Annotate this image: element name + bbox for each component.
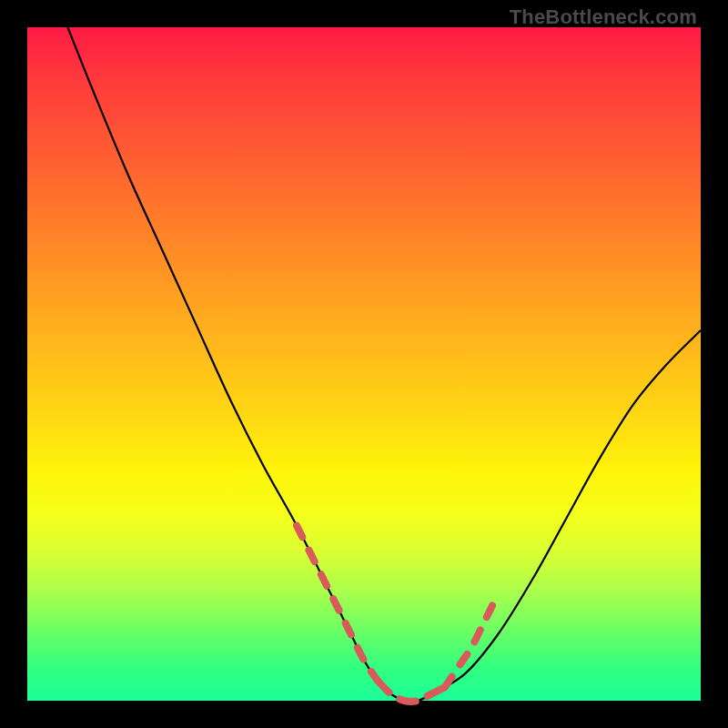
chart-svg <box>27 27 701 701</box>
highlight-dashes-left <box>297 526 378 681</box>
bottleneck-curve <box>67 27 701 702</box>
highlight-dashes-bottom <box>378 681 445 702</box>
watermark-text: TheBottleneck.com <box>510 5 697 29</box>
highlight-dashes-right <box>445 593 499 688</box>
chart-frame: TheBottleneck.com <box>0 0 728 728</box>
